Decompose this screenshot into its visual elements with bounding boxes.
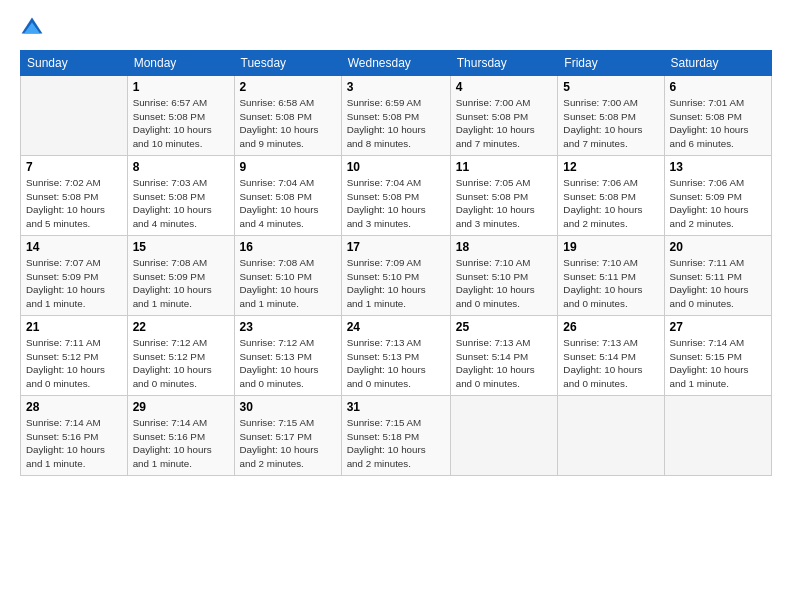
logo-icon (20, 16, 44, 40)
day-info: Sunrise: 7:06 AM Sunset: 5:09 PM Dayligh… (670, 176, 766, 231)
calendar-cell: 5Sunrise: 7:00 AM Sunset: 5:08 PM Daylig… (558, 76, 664, 156)
day-number: 18 (456, 240, 553, 254)
calendar-cell: 18Sunrise: 7:10 AM Sunset: 5:10 PM Dayli… (450, 236, 558, 316)
day-number: 21 (26, 320, 122, 334)
calendar-week-row: 28Sunrise: 7:14 AM Sunset: 5:16 PM Dayli… (21, 396, 772, 476)
calendar-cell: 6Sunrise: 7:01 AM Sunset: 5:08 PM Daylig… (664, 76, 771, 156)
logo (20, 16, 46, 40)
calendar-cell: 10Sunrise: 7:04 AM Sunset: 5:08 PM Dayli… (341, 156, 450, 236)
day-info: Sunrise: 7:02 AM Sunset: 5:08 PM Dayligh… (26, 176, 122, 231)
calendar-cell: 23Sunrise: 7:12 AM Sunset: 5:13 PM Dayli… (234, 316, 341, 396)
day-number: 4 (456, 80, 553, 94)
calendar-cell: 7Sunrise: 7:02 AM Sunset: 5:08 PM Daylig… (21, 156, 128, 236)
calendar-cell: 1Sunrise: 6:57 AM Sunset: 5:08 PM Daylig… (127, 76, 234, 156)
day-number: 25 (456, 320, 553, 334)
day-info: Sunrise: 6:58 AM Sunset: 5:08 PM Dayligh… (240, 96, 336, 151)
day-info: Sunrise: 7:11 AM Sunset: 5:11 PM Dayligh… (670, 256, 766, 311)
calendar-header-saturday: Saturday (664, 51, 771, 76)
calendar-cell: 8Sunrise: 7:03 AM Sunset: 5:08 PM Daylig… (127, 156, 234, 236)
calendar-cell (21, 76, 128, 156)
calendar-cell (450, 396, 558, 476)
day-number: 13 (670, 160, 766, 174)
calendar-header-monday: Monday (127, 51, 234, 76)
day-number: 12 (563, 160, 658, 174)
day-number: 19 (563, 240, 658, 254)
calendar-header-tuesday: Tuesday (234, 51, 341, 76)
day-number: 29 (133, 400, 229, 414)
day-number: 23 (240, 320, 336, 334)
calendar-cell: 22Sunrise: 7:12 AM Sunset: 5:12 PM Dayli… (127, 316, 234, 396)
day-info: Sunrise: 7:04 AM Sunset: 5:08 PM Dayligh… (347, 176, 445, 231)
day-number: 20 (670, 240, 766, 254)
calendar-header-sunday: Sunday (21, 51, 128, 76)
day-info: Sunrise: 7:00 AM Sunset: 5:08 PM Dayligh… (563, 96, 658, 151)
calendar-cell: 9Sunrise: 7:04 AM Sunset: 5:08 PM Daylig… (234, 156, 341, 236)
day-info: Sunrise: 7:04 AM Sunset: 5:08 PM Dayligh… (240, 176, 336, 231)
day-info: Sunrise: 7:13 AM Sunset: 5:14 PM Dayligh… (456, 336, 553, 391)
calendar-header-row: SundayMondayTuesdayWednesdayThursdayFrid… (21, 51, 772, 76)
day-info: Sunrise: 7:10 AM Sunset: 5:10 PM Dayligh… (456, 256, 553, 311)
day-number: 11 (456, 160, 553, 174)
calendar-header-friday: Friday (558, 51, 664, 76)
day-info: Sunrise: 7:14 AM Sunset: 5:16 PM Dayligh… (133, 416, 229, 471)
calendar-week-row: 1Sunrise: 6:57 AM Sunset: 5:08 PM Daylig… (21, 76, 772, 156)
calendar-header-wednesday: Wednesday (341, 51, 450, 76)
calendar-cell: 27Sunrise: 7:14 AM Sunset: 5:15 PM Dayli… (664, 316, 771, 396)
day-number: 6 (670, 80, 766, 94)
day-number: 1 (133, 80, 229, 94)
calendar-cell: 16Sunrise: 7:08 AM Sunset: 5:10 PM Dayli… (234, 236, 341, 316)
day-number: 7 (26, 160, 122, 174)
day-number: 31 (347, 400, 445, 414)
calendar-cell: 28Sunrise: 7:14 AM Sunset: 5:16 PM Dayli… (21, 396, 128, 476)
day-info: Sunrise: 7:13 AM Sunset: 5:13 PM Dayligh… (347, 336, 445, 391)
calendar-cell: 31Sunrise: 7:15 AM Sunset: 5:18 PM Dayli… (341, 396, 450, 476)
day-info: Sunrise: 7:06 AM Sunset: 5:08 PM Dayligh… (563, 176, 658, 231)
day-info: Sunrise: 7:03 AM Sunset: 5:08 PM Dayligh… (133, 176, 229, 231)
day-number: 3 (347, 80, 445, 94)
day-number: 16 (240, 240, 336, 254)
day-info: Sunrise: 7:05 AM Sunset: 5:08 PM Dayligh… (456, 176, 553, 231)
day-info: Sunrise: 7:00 AM Sunset: 5:08 PM Dayligh… (456, 96, 553, 151)
day-info: Sunrise: 7:09 AM Sunset: 5:10 PM Dayligh… (347, 256, 445, 311)
calendar-cell: 19Sunrise: 7:10 AM Sunset: 5:11 PM Dayli… (558, 236, 664, 316)
calendar-cell: 17Sunrise: 7:09 AM Sunset: 5:10 PM Dayli… (341, 236, 450, 316)
calendar-cell: 2Sunrise: 6:58 AM Sunset: 5:08 PM Daylig… (234, 76, 341, 156)
day-info: Sunrise: 7:10 AM Sunset: 5:11 PM Dayligh… (563, 256, 658, 311)
day-number: 28 (26, 400, 122, 414)
day-number: 30 (240, 400, 336, 414)
calendar-cell: 12Sunrise: 7:06 AM Sunset: 5:08 PM Dayli… (558, 156, 664, 236)
calendar-table: SundayMondayTuesdayWednesdayThursdayFrid… (20, 50, 772, 476)
day-number: 24 (347, 320, 445, 334)
day-number: 15 (133, 240, 229, 254)
day-info: Sunrise: 7:12 AM Sunset: 5:12 PM Dayligh… (133, 336, 229, 391)
day-info: Sunrise: 7:15 AM Sunset: 5:18 PM Dayligh… (347, 416, 445, 471)
day-number: 27 (670, 320, 766, 334)
day-number: 9 (240, 160, 336, 174)
calendar-cell: 25Sunrise: 7:13 AM Sunset: 5:14 PM Dayli… (450, 316, 558, 396)
day-info: Sunrise: 7:01 AM Sunset: 5:08 PM Dayligh… (670, 96, 766, 151)
day-number: 26 (563, 320, 658, 334)
day-info: Sunrise: 7:13 AM Sunset: 5:14 PM Dayligh… (563, 336, 658, 391)
day-info: Sunrise: 7:07 AM Sunset: 5:09 PM Dayligh… (26, 256, 122, 311)
calendar-cell: 15Sunrise: 7:08 AM Sunset: 5:09 PM Dayli… (127, 236, 234, 316)
calendar-cell: 4Sunrise: 7:00 AM Sunset: 5:08 PM Daylig… (450, 76, 558, 156)
day-info: Sunrise: 7:08 AM Sunset: 5:09 PM Dayligh… (133, 256, 229, 311)
day-number: 10 (347, 160, 445, 174)
header (20, 16, 772, 40)
day-info: Sunrise: 6:59 AM Sunset: 5:08 PM Dayligh… (347, 96, 445, 151)
day-info: Sunrise: 6:57 AM Sunset: 5:08 PM Dayligh… (133, 96, 229, 151)
day-number: 22 (133, 320, 229, 334)
calendar-cell: 29Sunrise: 7:14 AM Sunset: 5:16 PM Dayli… (127, 396, 234, 476)
calendar-cell: 30Sunrise: 7:15 AM Sunset: 5:17 PM Dayli… (234, 396, 341, 476)
day-info: Sunrise: 7:14 AM Sunset: 5:16 PM Dayligh… (26, 416, 122, 471)
day-number: 14 (26, 240, 122, 254)
day-info: Sunrise: 7:12 AM Sunset: 5:13 PM Dayligh… (240, 336, 336, 391)
day-info: Sunrise: 7:08 AM Sunset: 5:10 PM Dayligh… (240, 256, 336, 311)
calendar-cell: 20Sunrise: 7:11 AM Sunset: 5:11 PM Dayli… (664, 236, 771, 316)
day-info: Sunrise: 7:15 AM Sunset: 5:17 PM Dayligh… (240, 416, 336, 471)
calendar-cell: 24Sunrise: 7:13 AM Sunset: 5:13 PM Dayli… (341, 316, 450, 396)
calendar-cell: 11Sunrise: 7:05 AM Sunset: 5:08 PM Dayli… (450, 156, 558, 236)
page: SundayMondayTuesdayWednesdayThursdayFrid… (0, 0, 792, 612)
calendar-cell: 14Sunrise: 7:07 AM Sunset: 5:09 PM Dayli… (21, 236, 128, 316)
calendar-cell (664, 396, 771, 476)
